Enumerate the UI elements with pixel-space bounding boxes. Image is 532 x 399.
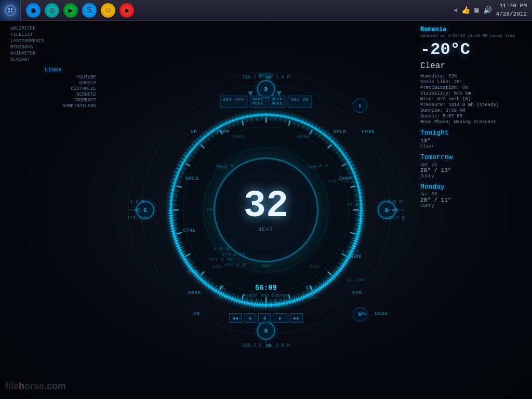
center-display: 32 BEAT [214, 158, 318, 262]
track-artist: Armin van Buuren [244, 293, 288, 298]
taskbar-icon-red[interactable]: ✸ [119, 3, 134, 18]
label-xplr: XPLR [333, 129, 347, 135]
taskbar-monitor-icon[interactable]: ▣ [474, 6, 478, 15]
prev-button[interactable]: ◀ [244, 313, 256, 323]
prev-prev-button[interactable]: ◀◀ [229, 313, 242, 323]
weather-moon: Moon Phase: Waxing Crescent [420, 119, 524, 125]
links-section: Links YOUTUBE GOOGLE CUSTOMIZE SCENEFZ T… [10, 66, 96, 109]
bot-d-circle: ⊙D [266, 343, 272, 349]
storage-mid2: 0.0 B [214, 246, 229, 251]
beat-number: 32 [244, 188, 288, 225]
pct-100-right: 100% [297, 135, 310, 140]
left-d-circle: ⊙C [127, 207, 147, 213]
tonight-title: Tonight [420, 129, 524, 137]
tomorrow-temp: 28° / 13° [420, 167, 524, 174]
panel-item-mininova: MININOVA [10, 45, 96, 50]
link-google[interactable]: GOOGLE [10, 81, 96, 86]
monday-date: Apr 30 [420, 192, 524, 197]
ani-on-button[interactable]: ANI ON [288, 96, 312, 108]
taskbar: ◉ ◎ ▶ S ☺ ✸ ◀ 👍 ▣ 🔊 11:40 PM 4/28/2012 [0, 0, 532, 21]
sat-circle-tr: D [353, 98, 367, 113]
pct-0-left: 0%- [206, 207, 216, 212]
storage-mid3: 363.5 GB [209, 257, 233, 261]
link-scenefz[interactable]: SCENEFZ [10, 92, 96, 97]
panel-item-label: DEVIANT [10, 57, 30, 62]
weather-feels-like: Feels Like: 20° [420, 79, 524, 85]
cardinal-bottom: D [257, 322, 275, 340]
bot-num-2: 1.8 M [276, 343, 290, 349]
desk-mode-button[interactable]: DESKMODE [269, 96, 286, 108]
weather-pressure: Pressure: 1014.9 mb (steady) [420, 102, 524, 108]
taskbar-arrow[interactable]: ◀ [454, 6, 457, 14]
taskbar-thumb-icon[interactable]: 👍 [461, 6, 470, 15]
label-cf6: CF6 [352, 290, 362, 296]
panel-item-label: MININOVA [10, 45, 33, 50]
weather-visibility: Visibility: N/A km [420, 91, 524, 96]
weather-updated: Updated at 4/28/12 11:00 PM Local Time [420, 33, 524, 38]
left-nums-display: 1.8 M ⊙C 119.7 G [127, 200, 147, 221]
taskbar-volume-icon[interactable]: 🔊 [483, 6, 492, 15]
weather-temperature: -20°C [420, 40, 524, 59]
label-desk: DESK [188, 290, 202, 296]
media-controls: ◀◀ ◀ ⏸ ▶ ▶▶ [229, 313, 303, 323]
play-button[interactable]: ▶ [273, 313, 288, 323]
panel-item-label: FILELIST [10, 32, 33, 37]
start-button[interactable] [0, 0, 21, 21]
weather-panel: Romania Updated at 4/28/12 11:00 PM Loca… [420, 26, 524, 208]
taskbar-icon-skype[interactable]: S [82, 3, 97, 18]
link-youtube[interactable]: YOUTUBE [10, 75, 96, 80]
pct-25-right: 25%- [307, 296, 321, 301]
label-dn: DN [193, 311, 200, 316]
watermark: filehorse.com [5, 381, 66, 392]
label-vol: VOL [357, 311, 367, 316]
panel-item-filelist: FILELIST [10, 32, 96, 37]
weather-humidity: Humidity: 52% [420, 74, 524, 79]
clock-date: 4/28/2012 [496, 10, 527, 18]
panel-item-label: UNLIMITED [10, 26, 36, 31]
beat-label: BEAT [258, 227, 274, 232]
panel-item-label: RAINMETER [10, 51, 36, 56]
game-mode-button[interactable]: GAMEMODE [249, 96, 267, 108]
bottom-bar: filehorse.com [5, 378, 527, 394]
tomorrow-condition: Sunny [420, 174, 524, 179]
tomorrow-title: Tomorrow [420, 153, 524, 161]
top-d-circle: ⊙D [266, 75, 272, 81]
taskbar-right: ◀ 👍 ▣ 🔊 11:40 PM 4/28/2012 [448, 2, 532, 18]
weather-precipitation: Precipitation: 0% [420, 85, 524, 90]
monday-title: Monday [420, 183, 524, 191]
track-date: 28TH APA [252, 303, 279, 309]
taskbar-icon-1[interactable]: ◉ [26, 3, 41, 18]
left-panel: UNLIMITED FILELIST LASTTORRENTS MININOVA… [10, 26, 96, 109]
storage-r2: 119.7 G [328, 179, 349, 183]
link-customize[interactable]: CUSTOMIZE [10, 86, 96, 91]
link-torrentz[interactable]: TORRENTZ [10, 98, 96, 103]
storage-00: 0.0 [235, 116, 245, 122]
taskbar-icon-2[interactable]: ◎ [45, 3, 59, 18]
next-button[interactable]: ▶▶ [290, 313, 303, 323]
panel-item-unlimited: UNLIMITED [10, 26, 96, 31]
links-title: Links [10, 66, 96, 73]
top-num-2: 1.8 M [276, 75, 290, 81]
label-free: FREE [362, 129, 375, 135]
pct-50-right: 50%- [310, 264, 323, 270]
label-fag: FAG [188, 270, 198, 275]
weather-location: Romania [420, 26, 524, 33]
panel-item-deviant: DEVIANT [10, 57, 96, 62]
link-gametrailers[interactable]: GAMETRAILERS [10, 103, 96, 109]
track-display: 56:09 Armin van Buuren [244, 284, 288, 298]
ani-off-button[interactable]: ANI OFF [220, 96, 247, 108]
label-ctrl: CTRL [183, 228, 196, 233]
pl-label: PL [219, 285, 226, 290]
bottom-nums-display: 119.7 G ⊙D 1.8 M [242, 343, 290, 349]
taskbar-icon-emoji[interactable]: ☺ [101, 3, 115, 18]
svg-text:BEAT: BEAT [262, 264, 271, 268]
label-usbd: USBD [375, 311, 388, 316]
pct-100-left: 100% [232, 135, 246, 140]
top-nums-display: 119.7 G ⊙D 1.8 M [242, 75, 290, 81]
taskbar-icon-3[interactable]: ▶ [63, 3, 78, 18]
clock-display: 11:40 PM 4/28/2012 [496, 2, 527, 18]
pause-button[interactable]: ⏸ [258, 313, 271, 323]
storage-mid1: 25.2 G [216, 163, 234, 168]
tonight-condition: Clear [420, 144, 524, 149]
clock-time: 11:40 PM [496, 2, 527, 10]
